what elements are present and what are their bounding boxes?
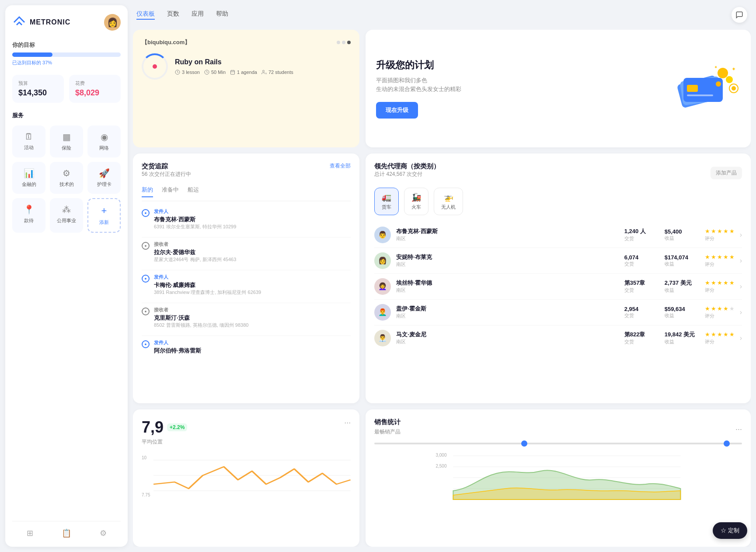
- service-add-new[interactable]: +添新: [87, 198, 121, 233]
- category-drone[interactable]: 🚁 无人机: [434, 188, 463, 215]
- dealer-avatar-2: 👩‍🦱: [374, 278, 391, 295]
- nav-dashboard[interactable]: 仪表板: [136, 10, 155, 20]
- category-truck[interactable]: 🚛 货车: [374, 188, 399, 215]
- 技术-icon: ⚙: [63, 168, 70, 178]
- 网络-icon: ◉: [101, 132, 108, 142]
- dealer-arrow-2[interactable]: ›: [740, 283, 742, 290]
- notes-icon[interactable]: 📋: [62, 528, 71, 538]
- budget-label: 预算: [18, 80, 58, 87]
- nav-apps[interactable]: 应用: [192, 10, 204, 20]
- address-1: 星家大道2464号 梅萨, 新泽西州 45463: [154, 256, 351, 263]
- dealer-arrow-0[interactable]: ›: [740, 231, 742, 239]
- avatar: 👩: [104, 14, 121, 31]
- tab-shipping[interactable]: 船运: [188, 186, 199, 197]
- dealer-earnings-0: $5,400 收益: [665, 228, 700, 241]
- dealer-metric-1: 6,074 交货: [624, 254, 659, 267]
- service-款待[interactable]: 📍款待: [12, 198, 45, 233]
- dealer-row-2: 👩‍🦱 埃丝特·霍华德 南区 第357章 交货 2,737 美元 收益 ★★★★…: [374, 274, 742, 300]
- course-info: Ruby on Rails 3 lesson 50 Min 1 agend: [175, 58, 293, 75]
- range-handle-right[interactable]: [724, 440, 730, 447]
- svg-rect-11: [687, 94, 713, 96]
- dealer-avatar-4: 👨‍💼: [374, 330, 391, 346]
- service-网络[interactable]: ◉网络: [87, 126, 121, 157]
- tab-new[interactable]: 新的: [142, 186, 153, 197]
- dealer-rating-0: ★★★★★ 评分: [705, 228, 735, 242]
- train-icon: 🚂: [411, 192, 421, 202]
- address-3: 8502 普雷斯顿路, 英格尔伍德, 缅因州 98380: [154, 322, 351, 328]
- service-保险[interactable]: ▦保险: [50, 126, 83, 157]
- svg-text:✦: ✦: [732, 66, 736, 72]
- service-技术的[interactable]: ⚙技术的: [50, 162, 83, 194]
- dot-3: [347, 41, 351, 44]
- dealer-arrow-3[interactable]: ›: [740, 308, 742, 316]
- upgrade-illustration: ✦ ✦: [670, 62, 740, 115]
- range-slider-container: [374, 443, 742, 444]
- delivery-item-0: ● 发件人 布鲁克林·西蒙斯 6391 埃尔全生塞莱斯, 特拉华州 10299: [142, 208, 351, 230]
- 公用-icon: ⁂: [62, 204, 71, 215]
- service-金融的[interactable]: 📊金融的: [12, 162, 45, 194]
- sender-dot-4: ●: [142, 340, 150, 348]
- dealer-arrow-4[interactable]: ›: [740, 334, 742, 342]
- sidebar-footer: ⊞ 📋 ⚙: [12, 521, 121, 538]
- add-icon: +: [101, 205, 107, 217]
- logo-icon: [12, 15, 26, 29]
- sidebar: METRONIC 👩 你的目标 已达到目标的 37% 预算 $14,350 花费…: [5, 5, 128, 547]
- goal-label: 你的目标: [12, 41, 121, 49]
- dot-1: [337, 41, 340, 44]
- chart-yaxis: 10 7.75: [142, 454, 150, 497]
- delivery-item-1: ● 接收者 拉尔夫·爱德华兹 星家大道2464号 梅萨, 新泽西州 45463: [142, 241, 351, 263]
- nav-help[interactable]: 帮助: [216, 10, 228, 20]
- name-2: 卡梅伦·威廉姆森: [154, 281, 351, 289]
- course-duration: 50 Min: [204, 70, 226, 75]
- upgrade-button[interactable]: 现在升级: [376, 102, 418, 119]
- range-handle-left[interactable]: [521, 440, 527, 447]
- service-公用事业[interactable]: ⁂公用事业: [50, 198, 83, 233]
- average-position-card: 7,9 +2.2% 平均位置 ··· 10 7.75: [133, 409, 359, 547]
- receiver-dot-1: ●: [142, 242, 150, 250]
- name-1: 拉尔夫·爱德华兹: [154, 248, 351, 256]
- chart-more-icon[interactable]: ···: [344, 418, 351, 427]
- chat-icon-btn[interactable]: [732, 7, 747, 23]
- main-content: 仪表板 页数 应用 帮助 【biqubiqu.com】: [128, 0, 756, 552]
- dealer-metric-0: 1,240 人 交货: [624, 227, 659, 242]
- sales-title: 销售统计: [374, 418, 401, 426]
- category-train[interactable]: 🚂 火车: [404, 188, 429, 215]
- service-活动[interactable]: 🗓活动: [12, 126, 45, 157]
- svg-text:2,500: 2,500: [436, 464, 447, 468]
- goal-section: 你的目标 已达到目标的 37%: [12, 41, 121, 66]
- content-grid: 【biqubiqu.com】 Ruby on Rails 3 les: [133, 30, 751, 547]
- add-product-button[interactable]: 添加产品: [711, 167, 742, 179]
- chart-area: [153, 454, 351, 499]
- dealer-rating-4: ★★★★★ 评分: [705, 331, 735, 345]
- dealer-info-1: 安妮特·布莱克 南区: [396, 253, 619, 268]
- expense-value: $8,029: [75, 88, 115, 98]
- truck-icon: 🚛: [382, 192, 391, 202]
- view-all-link[interactable]: 查看全部: [330, 162, 351, 170]
- svg-point-13: [726, 76, 733, 83]
- dealer-info-0: 布鲁克林·西蒙斯 南区: [396, 227, 619, 242]
- course-progress-circle: [142, 53, 168, 80]
- customize-fab-button[interactable]: ☆ 定制: [713, 522, 747, 539]
- dealer-row-4: 👨‍💼 马文·麦金尼 南区 第822章 交货 19,842 美元 收益 ★★★★…: [374, 325, 742, 351]
- course-url: 【biqubiqu.com】: [142, 38, 190, 46]
- 款待-icon: 📍: [24, 204, 35, 215]
- delivery-subtitle: 56 次交付正在进行中: [142, 171, 191, 178]
- sales-more-icon[interactable]: ···: [735, 425, 742, 434]
- dealer-arrow-1[interactable]: ›: [740, 257, 742, 265]
- progress-bar-fill: [12, 52, 52, 57]
- layers-icon[interactable]: ⊞: [27, 528, 33, 538]
- sales-title-area: 销售统计 最畅销产品: [374, 418, 401, 441]
- budget-card: 预算 $14,350: [12, 75, 64, 103]
- dealer-avatar-1: 👩: [374, 252, 391, 269]
- nav-pages[interactable]: 页数: [167, 10, 179, 20]
- sidebar-header: METRONIC 👩: [12, 14, 121, 31]
- settings-icon[interactable]: ⚙: [100, 528, 107, 538]
- dealers-title-area: 领先代理商（按类别） 总计 424,567 次交付: [374, 162, 440, 184]
- 金融-icon: 📊: [24, 168, 35, 178]
- topnav-links: 仪表板 页数 应用 帮助: [136, 10, 228, 20]
- tab-preparing[interactable]: 准备中: [162, 186, 179, 197]
- big-number-area: 7,9 +2.2% 平均位置: [142, 418, 187, 452]
- services-grid: 🗓活动 ▦保险 ◉网络 📊金融的 ⚙技术的 🚀护理卡 📍款待 ⁂公用事业 +添新: [12, 126, 121, 233]
- expense-label: 花费: [75, 80, 115, 87]
- service-护理卡[interactable]: 🚀护理卡: [87, 162, 121, 194]
